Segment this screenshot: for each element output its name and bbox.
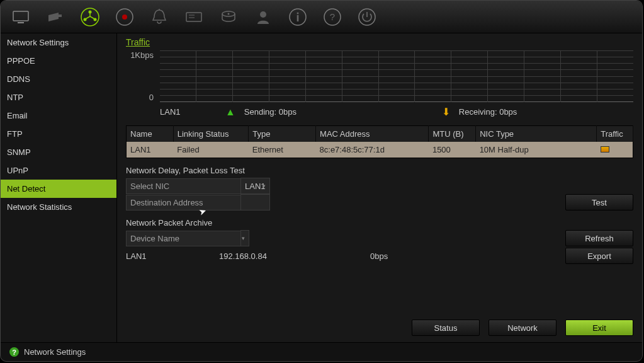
- y-min-label: 0: [126, 93, 154, 102]
- sidebar-item-network-settings[interactable]: Network Settings: [1, 33, 116, 52]
- info-icon[interactable]: [284, 4, 312, 30]
- footer-bar: ? Network Settings: [1, 342, 642, 361]
- user-icon[interactable]: [249, 4, 277, 30]
- help-badge-icon: ?: [9, 347, 19, 357]
- svg-point-4: [89, 10, 92, 13]
- col-name[interactable]: Name: [127, 126, 174, 142]
- sidebar-item-net-detect[interactable]: Net Detect: [1, 180, 116, 198]
- col-traffic[interactable]: Traffic: [597, 126, 633, 142]
- y-max-label: 1Kbps: [126, 50, 154, 60]
- traffic-graph: [160, 50, 633, 102]
- cell-nictype: 10M Half-dup: [476, 142, 597, 158]
- col-mac[interactable]: MAC Address: [316, 126, 429, 142]
- svg-point-13: [228, 13, 230, 14]
- svg-rect-1: [18, 22, 24, 23]
- col-type[interactable]: Type: [249, 126, 316, 142]
- info-nic: LAN1: [126, 251, 219, 261]
- svg-point-16: [297, 12, 299, 14]
- col-linking-status[interactable]: Linking Status: [173, 126, 249, 142]
- svg-rect-17: [297, 15, 299, 21]
- sidebar-item-upnp[interactable]: UPnP: [1, 161, 116, 180]
- sidebar-item-email[interactable]: Email: [1, 107, 116, 125]
- col-nictype[interactable]: NIC Type: [476, 126, 597, 142]
- device-name-dropdown[interactable]: ▾: [240, 230, 249, 246]
- sidebar: Network Settings PPPOE DDNS NTP Email FT…: [1, 33, 117, 342]
- sidebar-item-ddns[interactable]: DDNS: [1, 70, 116, 88]
- table-row[interactable]: LAN1 Failed Ethernet 8c:e7:48:5c:77:1d 1…: [127, 142, 633, 158]
- info-rate: 0bps: [370, 251, 496, 261]
- svg-text:?: ?: [330, 11, 335, 22]
- cell-mtu: 1500: [429, 142, 476, 158]
- sidebar-item-label: PPPOE: [7, 56, 35, 66]
- sidebar-item-label: Network Settings: [7, 38, 69, 47]
- footer-title: Network Settings: [24, 347, 86, 357]
- cell-type: Ethernet: [249, 142, 316, 158]
- cell-traffic[interactable]: [597, 142, 633, 158]
- chevron-down-icon: ▾: [242, 235, 245, 241]
- select-nic-dropdown[interactable]: LAN1 ▾: [240, 178, 270, 194]
- cell-mac: 8c:e7:48:5c:77:1d: [316, 142, 429, 158]
- record-icon[interactable]: [111, 4, 138, 30]
- sidebar-item-label: Network Statistics: [7, 202, 72, 212]
- sidebar-item-pppoe[interactable]: PPPOE: [1, 52, 116, 70]
- section-delay-title: Network Delay, Packet Loss Test: [126, 166, 633, 175]
- top-toolbar: ?: [1, 1, 642, 33]
- monitor-icon[interactable]: [7, 4, 35, 30]
- svg-point-8: [122, 14, 127, 20]
- svg-rect-9: [186, 13, 201, 21]
- section-archive-title: Network Packet Archive: [126, 218, 633, 228]
- down-arrow-icon: ⬇: [442, 106, 450, 118]
- svg-rect-2: [59, 14, 62, 17]
- device-name-label: Device Name: [126, 231, 240, 246]
- camera-icon[interactable]: [42, 4, 69, 30]
- sidebar-item-label: UPnP: [7, 166, 28, 175]
- svg-rect-0: [13, 11, 28, 21]
- sidebar-item-label: FTP: [7, 129, 23, 139]
- svg-point-14: [260, 11, 266, 18]
- up-arrow-icon: ▲: [225, 107, 235, 118]
- sidebar-item-label: Net Detect: [7, 184, 45, 193]
- info-ip: 192.168.0.84: [219, 251, 370, 261]
- alert-icon[interactable]: [145, 4, 173, 30]
- power-icon[interactable]: [353, 4, 381, 30]
- network-icon[interactable]: [76, 4, 104, 30]
- chevron-down-icon: ▾: [263, 183, 266, 189]
- graph-nic-label: LAN1: [160, 107, 217, 117]
- dest-address-label: Destination Address: [126, 195, 240, 210]
- cell-status: Failed: [173, 142, 249, 158]
- main-panel: Traffic 1Kbps 0 LAN1: [117, 33, 642, 342]
- sidebar-item-label: DDNS: [7, 74, 30, 84]
- status-button[interactable]: Status: [412, 320, 480, 336]
- test-button[interactable]: Test: [565, 194, 633, 210]
- sidebar-item-snmp[interactable]: SNMP: [1, 143, 116, 161]
- sending-label: Sending: 0bps: [244, 107, 433, 117]
- sidebar-item-label: SNMP: [7, 147, 31, 157]
- nic-table: Name Linking Status Type MAC Address MTU…: [126, 125, 633, 158]
- tab-traffic[interactable]: Traffic: [126, 37, 150, 49]
- select-nic-label: Select NIC: [126, 178, 240, 194]
- sidebar-item-network-statistics[interactable]: Network Statistics: [1, 198, 116, 216]
- decode-icon[interactable]: [180, 4, 208, 30]
- sidebar-item-ftp[interactable]: FTP: [1, 125, 116, 143]
- sidebar-item-label: NTP: [7, 93, 23, 102]
- dest-address-input[interactable]: [240, 194, 270, 210]
- export-button[interactable]: Export: [565, 248, 633, 264]
- cell-name: LAN1: [127, 142, 174, 158]
- refresh-button[interactable]: Refresh: [565, 230, 633, 246]
- sidebar-item-label: Email: [7, 111, 28, 120]
- help-icon[interactable]: ?: [319, 4, 346, 30]
- traffic-chart-icon: [601, 146, 609, 153]
- exit-button[interactable]: Exit: [565, 320, 633, 336]
- sidebar-item-ntp[interactable]: NTP: [1, 88, 116, 107]
- hdd-icon[interactable]: [215, 4, 242, 30]
- receiving-label: Receiving: 0bps: [459, 107, 517, 117]
- col-mtu[interactable]: MTU (B): [429, 126, 476, 142]
- network-button[interactable]: Network: [489, 320, 556, 336]
